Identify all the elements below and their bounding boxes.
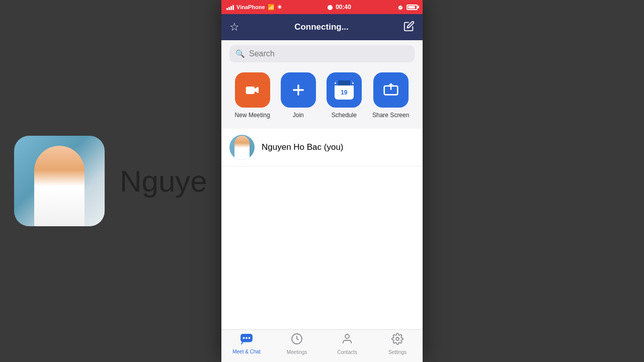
tab-bar: Meet & Chat Meetings Contacts <box>221 329 423 362</box>
alarm-icon: ⏰ <box>397 4 404 11</box>
status-right: ⏰ <box>397 4 418 11</box>
search-icon: 🔍 <box>235 49 245 58</box>
meetings-icon <box>291 333 303 348</box>
new-meeting-label: New Meeting <box>235 112 270 119</box>
tab-meetings[interactable]: Meetings <box>272 333 322 355</box>
share-screen-button[interactable] <box>373 72 409 108</box>
status-time: 00:40 <box>328 4 351 11</box>
share-screen-icon <box>383 82 399 98</box>
share-screen-action[interactable]: Share Screen <box>372 72 409 119</box>
battery-icon <box>407 5 418 10</box>
svg-point-10 <box>396 337 399 340</box>
new-meeting-button[interactable] <box>235 72 270 108</box>
tab-meet-chat-label: Meet & Chat <box>232 349 261 354</box>
bg-avatar <box>14 136 105 226</box>
contact-item[interactable]: Nguyen Ho Bac (you) <box>221 129 423 166</box>
video-camera-icon <box>245 82 261 98</box>
background-left: Nguye <box>0 0 221 362</box>
phone-container: VinaPhone 📶 ✳ 00:40 ⏰ ☆ Connecting... � <box>221 0 423 362</box>
calendar-icon: 19 <box>335 80 354 100</box>
meet-chat-icon <box>240 333 253 347</box>
tab-contacts[interactable]: Contacts <box>322 333 372 355</box>
svg-point-6 <box>246 337 248 339</box>
sync-icon: ✳ <box>277 4 282 11</box>
user-name: Nguyen Ho Bac (you) <box>262 142 344 152</box>
tab-meet-chat[interactable]: Meet & Chat <box>221 333 272 354</box>
join-action[interactable]: Join <box>281 72 316 119</box>
tab-contacts-label: Contacts <box>337 349 357 355</box>
join-plus-icon <box>290 82 306 98</box>
schedule-button[interactable]: 19 <box>327 72 362 108</box>
status-bar: VinaPhone 📶 ✳ 00:40 ⏰ <box>221 0 423 14</box>
header-title: Connecting... <box>294 22 349 32</box>
signal-icon <box>226 4 234 10</box>
search-input-wrapper[interactable]: 🔍 <box>229 45 415 62</box>
background-right <box>423 0 644 362</box>
settings-icon <box>391 333 404 348</box>
tab-meetings-label: Meetings <box>287 349 307 355</box>
contacts-icon <box>341 333 353 348</box>
carrier-name: VinaPhone <box>236 4 265 10</box>
bg-name: Nguye <box>120 164 207 199</box>
search-input[interactable] <box>249 49 409 58</box>
share-screen-label: Share Screen <box>372 112 409 119</box>
new-meeting-action[interactable]: New Meeting <box>235 72 270 119</box>
actions-grid: New Meeting Join 19 <box>221 67 423 129</box>
schedule-action[interactable]: 19 Schedule <box>327 72 362 119</box>
schedule-label: Schedule <box>332 112 357 119</box>
svg-point-5 <box>243 337 245 339</box>
svg-point-7 <box>249 337 251 339</box>
record-dot <box>328 5 333 10</box>
tab-settings[interactable]: Settings <box>372 333 423 355</box>
main-content: Nguyen Ho Bac (you) <box>221 129 423 329</box>
svg-point-9 <box>345 334 349 338</box>
svg-rect-0 <box>246 86 254 94</box>
wifi-icon: 📶 <box>268 4 275 11</box>
user-avatar <box>229 135 255 160</box>
tab-settings-label: Settings <box>388 349 407 355</box>
calendar-day: 19 <box>335 85 354 100</box>
join-label: Join <box>293 112 304 119</box>
edit-icon[interactable] <box>404 21 415 34</box>
star-icon[interactable]: ☆ <box>229 21 239 34</box>
search-bar-container: 🔍 <box>221 40 423 67</box>
join-button[interactable] <box>281 72 316 108</box>
status-left: VinaPhone 📶 ✳ <box>226 4 282 11</box>
app-header: ☆ Connecting... <box>221 14 423 40</box>
